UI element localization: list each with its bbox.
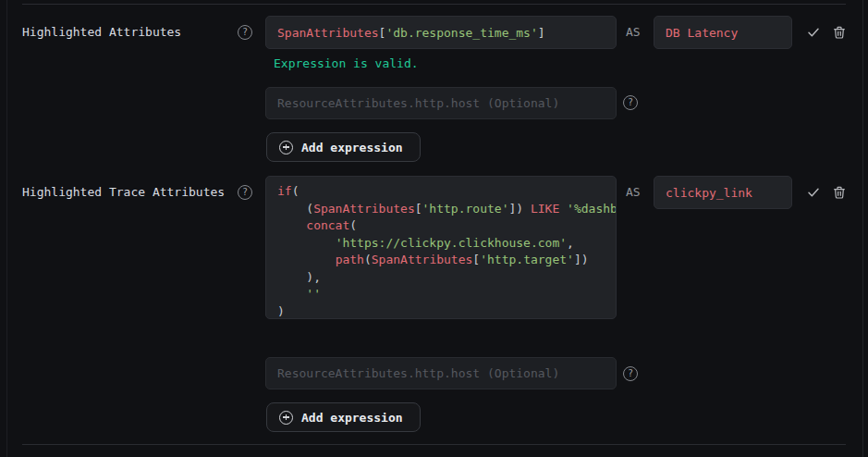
bottom-divider (22, 444, 846, 445)
section-label: Highlighted Attributes (22, 26, 181, 39)
trash-icon[interactable] (832, 185, 847, 200)
circle-plus-icon (279, 141, 293, 154)
help-icon[interactable]: ? (623, 95, 638, 110)
help-icon[interactable]: ? (623, 366, 638, 381)
alias-value: clickpy_link (666, 186, 752, 200)
circle-plus-icon (279, 411, 293, 425)
alias-input[interactable]: DB Latency (654, 16, 792, 49)
highlighted-trace-attributes-section: Highlighted Trace Attributes ? if( (Span… (0, 160, 868, 444)
add-expression-label: Add expression (301, 411, 403, 425)
settings-panel: Highlighted Attributes ? SpanAttributes[… (0, 0, 868, 457)
confirm-check-icon[interactable] (806, 25, 821, 40)
add-expression-button[interactable]: Add expression (266, 402, 421, 432)
as-label: AS (626, 26, 641, 39)
validation-message: Expression is valid. (274, 57, 419, 70)
add-expression-label: Add expression (301, 141, 403, 154)
expression-textarea[interactable]: if( (SpanAttributes['http.route']) LIKE … (265, 176, 617, 319)
url-expression-input[interactable] (265, 87, 617, 119)
confirm-check-icon[interactable] (806, 185, 821, 200)
alias-value: DB Latency (666, 26, 738, 40)
alias-input[interactable]: clickpy_link (654, 176, 792, 209)
add-expression-button[interactable]: Add expression (266, 132, 421, 162)
url-expression-input[interactable] (265, 357, 617, 389)
trash-icon[interactable] (832, 25, 847, 40)
help-icon[interactable]: ? (238, 185, 252, 200)
help-icon[interactable]: ? (238, 25, 252, 40)
highlighted-attributes-section: Highlighted Attributes ? SpanAttributes[… (0, 0, 868, 160)
as-label: AS (626, 186, 641, 199)
section-label: Highlighted Trace Attributes (22, 186, 225, 199)
expression-input[interactable]: SpanAttributes['db.response_time_ms'] (265, 16, 617, 49)
